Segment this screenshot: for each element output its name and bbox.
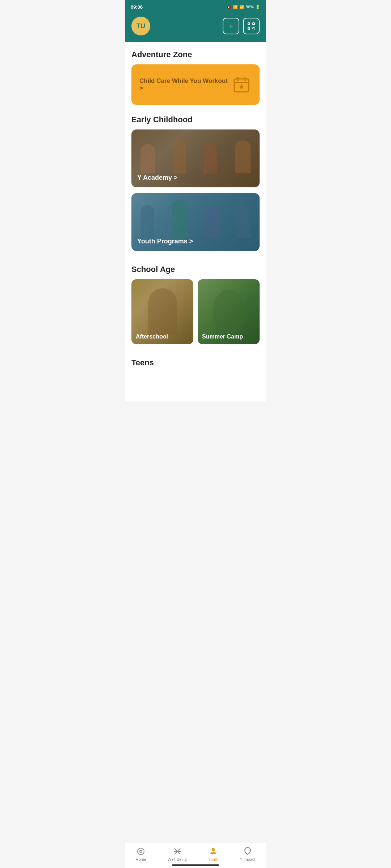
svg-rect-1 bbox=[253, 23, 255, 25]
adventure-zone-title: Adventure Zone bbox=[131, 42, 260, 64]
scan-button[interactable] bbox=[243, 18, 260, 34]
afterschool-card[interactable]: Afterschool bbox=[131, 279, 193, 344]
youth-programs-card[interactable]: Youth Programs > bbox=[131, 193, 260, 251]
y-academy-card[interactable]: Y Academy > bbox=[131, 129, 260, 187]
wifi-icon: 📶 bbox=[233, 5, 238, 9]
status-bar: 09:36 🔇 📶 📶 96% 🔋 bbox=[125, 0, 266, 13]
user-avatar[interactable]: TU bbox=[131, 17, 150, 35]
svg-marker-11 bbox=[239, 84, 244, 89]
status-icons: 🔇 📶 📶 96% 🔋 bbox=[226, 5, 260, 9]
academy-card-label: Y Academy > bbox=[137, 174, 178, 182]
app-header: TU + bbox=[125, 13, 266, 42]
calendar-icon-wrap bbox=[232, 75, 252, 95]
battery-level: 96% bbox=[246, 5, 254, 9]
afterschool-label: Afterschool bbox=[136, 333, 168, 340]
battery-icon: 🔋 bbox=[255, 5, 260, 9]
calendar-star-icon bbox=[233, 76, 250, 93]
teens-section: Teens bbox=[131, 346, 260, 373]
school-age-grid: Afterschool Summer Camp bbox=[131, 279, 260, 344]
svg-rect-0 bbox=[248, 23, 250, 25]
school-age-title: School Age bbox=[131, 257, 260, 279]
early-childhood-title: Early Childhood bbox=[131, 107, 260, 129]
summer-camp-card[interactable]: Summer Camp bbox=[198, 279, 260, 344]
main-content: Adventure Zone Child Care While You Work… bbox=[125, 42, 266, 401]
summer-camp-label: Summer Camp bbox=[202, 333, 243, 340]
adventure-zone-card[interactable]: Child Care While You Workout > bbox=[131, 64, 260, 105]
teens-title: Teens bbox=[131, 350, 260, 373]
adventure-card-text: Child Care While You Workout > bbox=[139, 77, 232, 92]
add-button[interactable]: + bbox=[223, 18, 239, 34]
mute-icon: 🔇 bbox=[226, 5, 231, 9]
scan-icon bbox=[247, 22, 256, 30]
plus-icon: + bbox=[229, 21, 234, 31]
svg-rect-2 bbox=[248, 27, 250, 29]
youth-programs-label: Youth Programs > bbox=[137, 238, 193, 245]
signal-icon: 📶 bbox=[239, 5, 244, 9]
status-time: 09:36 bbox=[131, 4, 143, 10]
header-actions: + bbox=[223, 18, 260, 34]
